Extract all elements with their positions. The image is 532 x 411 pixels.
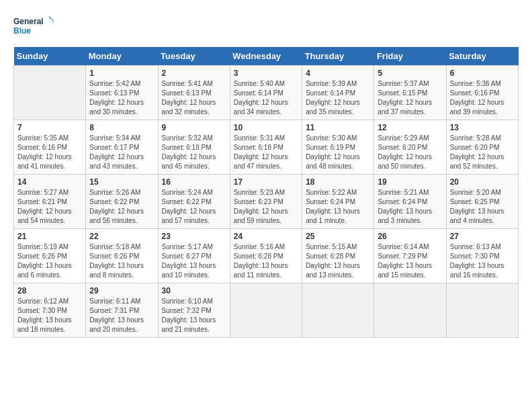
day-info: Sunrise: 6:11 AM Sunset: 7:31 PM Dayligh… (89, 297, 154, 334)
day-info: Sunrise: 5:19 AM Sunset: 6:26 PM Dayligh… (17, 242, 82, 280)
calendar-cell: 22Sunrise: 5:18 AM Sunset: 6:26 PM Dayli… (86, 229, 158, 283)
day-number: 20 (450, 177, 515, 187)
calendar-cell: 16Sunrise: 5:24 AM Sunset: 6:22 PM Dayli… (158, 175, 230, 229)
calendar-cell: 7Sunrise: 5:35 AM Sunset: 6:16 PM Daylig… (14, 120, 86, 175)
week-row: 1Sunrise: 5:42 AM Sunset: 6:13 PM Daylig… (14, 66, 519, 120)
week-row: 7Sunrise: 5:35 AM Sunset: 6:16 PM Daylig… (14, 120, 519, 175)
day-number: 19 (378, 177, 442, 187)
weekday-header-row: SundayMondayTuesdayWednesdayThursdayFrid… (14, 47, 519, 66)
day-number: 7 (17, 123, 82, 132)
calendar-cell (446, 283, 518, 338)
day-number: 26 (378, 232, 442, 241)
day-number: 15 (89, 177, 154, 187)
day-info: Sunrise: 5:28 AM Sunset: 6:20 PM Dayligh… (450, 134, 515, 171)
calendar-cell: 6Sunrise: 5:36 AM Sunset: 6:16 PM Daylig… (446, 66, 518, 120)
weekday-header: Saturday (446, 47, 518, 66)
header: General Blue (13, 13, 519, 40)
weekday-header: Monday (86, 47, 158, 66)
day-number: 14 (17, 177, 82, 187)
day-number: 24 (234, 232, 298, 241)
day-info: Sunrise: 6:14 AM Sunset: 7:29 PM Dayligh… (378, 242, 442, 280)
calendar-cell: 19Sunrise: 5:21 AM Sunset: 6:24 PM Dayli… (374, 175, 446, 229)
calendar-cell (302, 283, 374, 338)
day-number: 17 (234, 177, 298, 187)
calendar-cell: 4Sunrise: 5:39 AM Sunset: 6:14 PM Daylig… (302, 66, 374, 120)
day-info: Sunrise: 5:20 AM Sunset: 6:25 PM Dayligh… (450, 188, 515, 226)
calendar-cell: 11Sunrise: 5:30 AM Sunset: 6:19 PM Dayli… (302, 120, 374, 175)
day-number: 12 (378, 123, 442, 132)
day-number: 5 (378, 68, 442, 78)
calendar-cell (230, 283, 302, 338)
calendar-cell: 26Sunrise: 6:14 AM Sunset: 7:29 PM Dayli… (374, 229, 446, 283)
day-info: Sunrise: 5:37 AM Sunset: 6:15 PM Dayligh… (378, 79, 442, 117)
day-number: 23 (162, 232, 226, 241)
calendar-cell: 20Sunrise: 5:20 AM Sunset: 6:25 PM Dayli… (446, 175, 518, 229)
day-info: Sunrise: 5:36 AM Sunset: 6:16 PM Dayligh… (450, 79, 515, 117)
day-info: Sunrise: 6:12 AM Sunset: 7:30 PM Dayligh… (17, 297, 82, 334)
calendar-table: SundayMondayTuesdayWednesdayThursdayFrid… (13, 47, 519, 338)
day-info: Sunrise: 5:42 AM Sunset: 6:13 PM Dayligh… (89, 79, 154, 117)
calendar-cell: 27Sunrise: 6:13 AM Sunset: 7:30 PM Dayli… (446, 229, 518, 283)
day-info: Sunrise: 5:22 AM Sunset: 6:24 PM Dayligh… (306, 188, 370, 226)
day-number: 6 (450, 68, 515, 78)
svg-text:General: General (13, 17, 44, 26)
weekday-header: Thursday (302, 47, 374, 66)
calendar-cell: 17Sunrise: 5:23 AM Sunset: 6:23 PM Dayli… (230, 175, 302, 229)
day-info: Sunrise: 5:41 AM Sunset: 6:13 PM Dayligh… (162, 79, 226, 117)
calendar-cell: 24Sunrise: 5:16 AM Sunset: 6:28 PM Dayli… (230, 229, 302, 283)
calendar-cell: 28Sunrise: 6:12 AM Sunset: 7:30 PM Dayli… (14, 283, 86, 338)
day-info: Sunrise: 5:17 AM Sunset: 6:27 PM Dayligh… (162, 242, 226, 280)
calendar-cell (374, 283, 446, 338)
logo: General Blue (13, 13, 54, 40)
day-number: 25 (306, 232, 370, 241)
day-number: 4 (306, 68, 370, 78)
day-number: 11 (306, 123, 370, 132)
day-number: 9 (162, 123, 226, 132)
svg-text:Blue: Blue (13, 26, 31, 36)
logo-svg: General Blue (13, 13, 54, 40)
day-info: Sunrise: 5:40 AM Sunset: 6:14 PM Dayligh… (234, 79, 298, 117)
day-number: 10 (234, 123, 298, 132)
calendar-cell: 30Sunrise: 6:10 AM Sunset: 7:32 PM Dayli… (158, 283, 230, 338)
day-number: 8 (89, 123, 154, 132)
weekday-header: Friday (374, 47, 446, 66)
day-info: Sunrise: 5:15 AM Sunset: 6:28 PM Dayligh… (306, 242, 370, 280)
weekday-header: Sunday (14, 47, 86, 66)
calendar-cell: 21Sunrise: 5:19 AM Sunset: 6:26 PM Dayli… (14, 229, 86, 283)
day-number: 3 (234, 68, 298, 78)
day-number: 28 (17, 286, 82, 295)
day-info: Sunrise: 6:10 AM Sunset: 7:32 PM Dayligh… (162, 297, 226, 334)
day-number: 22 (89, 232, 154, 241)
calendar-cell: 1Sunrise: 5:42 AM Sunset: 6:13 PM Daylig… (86, 66, 158, 120)
week-row: 28Sunrise: 6:12 AM Sunset: 7:30 PM Dayli… (14, 283, 519, 338)
day-info: Sunrise: 5:29 AM Sunset: 6:20 PM Dayligh… (378, 134, 442, 171)
day-info: Sunrise: 5:39 AM Sunset: 6:14 PM Dayligh… (306, 79, 370, 117)
weekday-header: Wednesday (230, 47, 302, 66)
day-info: Sunrise: 5:32 AM Sunset: 6:18 PM Dayligh… (162, 134, 226, 171)
svg-marker-2 (49, 16, 54, 26)
week-row: 21Sunrise: 5:19 AM Sunset: 6:26 PM Dayli… (14, 229, 519, 283)
calendar-cell: 3Sunrise: 5:40 AM Sunset: 6:14 PM Daylig… (230, 66, 302, 120)
calendar-cell: 14Sunrise: 5:27 AM Sunset: 6:21 PM Dayli… (14, 175, 86, 229)
day-info: Sunrise: 6:13 AM Sunset: 7:30 PM Dayligh… (450, 242, 515, 280)
day-info: Sunrise: 5:18 AM Sunset: 6:26 PM Dayligh… (89, 242, 154, 280)
calendar-cell: 9Sunrise: 5:32 AM Sunset: 6:18 PM Daylig… (158, 120, 230, 175)
calendar-cell: 2Sunrise: 5:41 AM Sunset: 6:13 PM Daylig… (158, 66, 230, 120)
calendar-cell: 12Sunrise: 5:29 AM Sunset: 6:20 PM Dayli… (374, 120, 446, 175)
week-row: 14Sunrise: 5:27 AM Sunset: 6:21 PM Dayli… (14, 175, 519, 229)
day-info: Sunrise: 5:30 AM Sunset: 6:19 PM Dayligh… (306, 134, 370, 171)
weekday-header: Tuesday (158, 47, 230, 66)
day-info: Sunrise: 5:27 AM Sunset: 6:21 PM Dayligh… (17, 188, 82, 226)
calendar-cell: 18Sunrise: 5:22 AM Sunset: 6:24 PM Dayli… (302, 175, 374, 229)
day-info: Sunrise: 5:21 AM Sunset: 6:24 PM Dayligh… (378, 188, 442, 226)
day-info: Sunrise: 5:31 AM Sunset: 6:18 PM Dayligh… (234, 134, 298, 171)
calendar-cell: 8Sunrise: 5:34 AM Sunset: 6:17 PM Daylig… (86, 120, 158, 175)
day-number: 1 (89, 68, 154, 78)
calendar-cell: 15Sunrise: 5:26 AM Sunset: 6:22 PM Dayli… (86, 175, 158, 229)
calendar-cell: 23Sunrise: 5:17 AM Sunset: 6:27 PM Dayli… (158, 229, 230, 283)
calendar-cell: 5Sunrise: 5:37 AM Sunset: 6:15 PM Daylig… (374, 66, 446, 120)
day-info: Sunrise: 5:35 AM Sunset: 6:16 PM Dayligh… (17, 134, 82, 171)
day-number: 29 (89, 286, 154, 295)
day-number: 27 (450, 232, 515, 241)
day-number: 30 (162, 286, 226, 295)
